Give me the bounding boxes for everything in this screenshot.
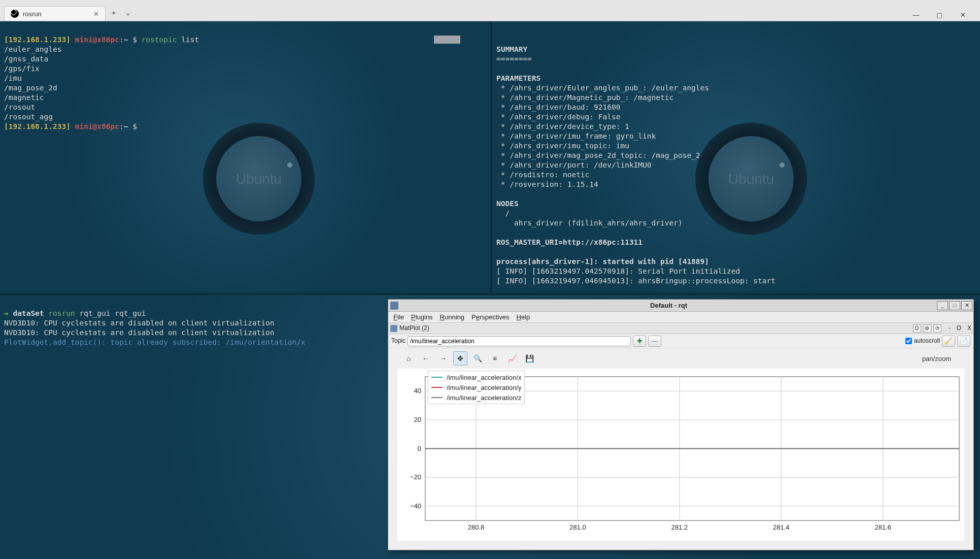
export-button[interactable]: 📄 bbox=[957, 336, 970, 347]
svg-text:281.0: 281.0 bbox=[569, 523, 586, 531]
parameters-label: PARAMETERS bbox=[496, 74, 540, 82]
plot-axes-icon[interactable]: 📈 bbox=[505, 351, 519, 366]
clear-plot-button[interactable]: 🧹 bbox=[942, 336, 955, 347]
rqt-minimize-button[interactable]: _ bbox=[937, 301, 948, 310]
plot-home-icon[interactable]: ⌂ bbox=[401, 351, 416, 366]
dock-d-button[interactable]: D bbox=[913, 324, 921, 333]
param-line: * /ahrs_driver/port: /dev/linkIMU0 bbox=[496, 161, 652, 169]
prompt-symbol: $ bbox=[132, 36, 137, 44]
remove-topic-button[interactable]: — bbox=[648, 336, 661, 347]
svg-text:281.2: 281.2 bbox=[671, 523, 688, 531]
summary-sep: ======== bbox=[496, 55, 532, 63]
tab-strip: rosrun ✕ + ⌄ bbox=[0, 6, 134, 21]
prompt-user: mini@x86pc bbox=[75, 122, 119, 130]
plot-mode-label: pan/zoom bbox=[922, 354, 960, 364]
prompt-path: ~ bbox=[124, 122, 128, 130]
topic-line: /magnetic bbox=[4, 93, 44, 102]
arrow-icon: → bbox=[4, 309, 13, 317]
workspace: [192.168.1.233] mini@x86pc:~ $ rostopic … bbox=[0, 21, 980, 559]
rqt-maximize-button[interactable]: □ bbox=[949, 301, 960, 310]
menu-running[interactable]: Running bbox=[440, 312, 464, 322]
add-tab-button[interactable]: + bbox=[108, 7, 120, 19]
close-window-button[interactable]: ✕ bbox=[957, 9, 969, 21]
menu-perspectives[interactable]: Perspectives bbox=[471, 312, 509, 322]
ros-master-uri: ROS_MASTER_URI=http://x86pc:11311 bbox=[496, 238, 643, 246]
cmd-arg: list bbox=[181, 36, 199, 44]
rqt-close-button[interactable]: ✕ bbox=[961, 301, 972, 310]
svg-text:20: 20 bbox=[414, 416, 421, 423]
topic-line: /gps/fix bbox=[4, 64, 40, 73]
prompt-sep: : bbox=[119, 36, 124, 44]
legend-label: /imu/linear_acceleration/z bbox=[447, 393, 521, 403]
plot-pan-icon[interactable]: ✥ bbox=[453, 351, 467, 366]
param-line: * /ahrs_driver/Euler_angles_pub_: /euler… bbox=[496, 84, 709, 92]
dock-reload-icon[interactable]: ⟳ bbox=[933, 324, 941, 333]
ubuntu-label: Ubuntu bbox=[236, 174, 282, 184]
rqt-toolbar: Topic ✚ — autoscroll 🧹 📄 bbox=[388, 334, 973, 348]
add-topic-button[interactable]: ✚ bbox=[633, 336, 646, 347]
legend-swatch-icon bbox=[431, 397, 443, 398]
rqt-window[interactable]: Default - rqt _ □ ✕ File Plugins Running… bbox=[388, 299, 974, 550]
tux-icon bbox=[11, 10, 19, 18]
topic-line: /imu bbox=[4, 74, 22, 82]
text-selection[interactable] bbox=[434, 36, 460, 44]
plot-area[interactable]: −40−2002040280.8281.0281.2281.4281.6 /im… bbox=[397, 369, 964, 541]
legend-swatch-icon bbox=[431, 387, 443, 388]
prompt-path: ~ bbox=[124, 36, 128, 44]
param-line: * /ahrs_driver/device_type: 1 bbox=[496, 122, 629, 130]
param-line: * /ahrs_driver/baud: 921600 bbox=[496, 103, 620, 111]
terminal-top-left[interactable]: [192.168.1.233] mini@x86pc:~ $ rostopic … bbox=[0, 21, 490, 293]
window-buttons: — ▢ ✕ bbox=[910, 8, 980, 21]
terminal-top-right[interactable]: SUMMARY ======== PARAMETERS * /ahrs_driv… bbox=[492, 21, 980, 293]
dock-dash[interactable]: - bbox=[949, 323, 951, 333]
plot-save-icon[interactable]: 💾 bbox=[522, 351, 536, 366]
svg-text:281.6: 281.6 bbox=[875, 523, 891, 531]
ubuntu-dot-icon bbox=[287, 162, 292, 168]
ubuntu-label: Ubuntu bbox=[728, 174, 774, 184]
param-line: * /rosversion: 1.15.14 bbox=[496, 180, 598, 188]
cmd-rest: rqt_gui rqt_gui bbox=[75, 309, 146, 317]
menu-file[interactable]: File bbox=[393, 312, 404, 322]
tab-list-chevron-icon[interactable]: ⌄ bbox=[122, 7, 134, 19]
plot-zoom-icon[interactable]: 🔍 bbox=[470, 351, 485, 366]
tab-rosrun[interactable]: rosrun ✕ bbox=[4, 6, 106, 21]
topic-label: Topic bbox=[391, 336, 405, 346]
app-titlebar: rosrun ✕ + ⌄ — ▢ ✕ bbox=[0, 0, 980, 21]
legend-item-x: /imu/linear_acceleration/x bbox=[431, 372, 521, 382]
dock-float-button[interactable]: O bbox=[957, 323, 961, 333]
topic-line: /mag_pose_2d bbox=[4, 84, 57, 92]
autoscroll-label: autoscroll bbox=[914, 336, 940, 346]
dock-close-button[interactable]: X bbox=[967, 323, 971, 333]
menu-help[interactable]: Help bbox=[516, 312, 530, 322]
plot-subplots-icon[interactable]: ≡ bbox=[488, 351, 502, 366]
svg-text:0: 0 bbox=[418, 445, 421, 452]
svg-text:−20: −20 bbox=[410, 473, 421, 481]
topic-line: /rosout_agg bbox=[4, 113, 53, 121]
top-row: [192.168.1.233] mini@x86pc:~ $ rostopic … bbox=[0, 21, 980, 293]
rqt-titlebar[interactable]: Default - rqt _ □ ✕ bbox=[388, 300, 973, 312]
maximize-button[interactable]: ▢ bbox=[933, 9, 945, 21]
menu-plugins[interactable]: Plugins bbox=[411, 312, 433, 322]
rqt-dock-header[interactable]: MatPlot (2) D ⚙ ⟳ - O X bbox=[388, 323, 973, 334]
node-line: ahrs_driver (fdilink_ahrs/ahrs_driver) bbox=[496, 219, 683, 227]
svg-text:280.8: 280.8 bbox=[468, 523, 484, 531]
plot-back-icon[interactable]: ← bbox=[419, 351, 433, 366]
autoscroll-checkbox[interactable]: autoscroll bbox=[905, 336, 940, 346]
svg-text:−40: −40 bbox=[410, 502, 421, 510]
legend-item-z: /imu/linear_acceleration/z bbox=[431, 392, 521, 403]
summary-label: SUMMARY bbox=[496, 45, 527, 53]
terminal-bottom[interactable]: → dataSet rosrun rqt_gui rqt_gui NVD3D10… bbox=[0, 295, 980, 559]
topic-line: /euler_angles bbox=[4, 45, 62, 53]
param-line: * /ahrs_driver/imu_frame: gyro_link bbox=[496, 132, 656, 140]
autoscroll-input[interactable] bbox=[905, 338, 912, 344]
node-slash: / bbox=[496, 209, 510, 217]
ubuntu-watermark: Ubuntu bbox=[695, 123, 807, 235]
close-tab-icon[interactable]: ✕ bbox=[93, 10, 99, 18]
dock-gear-icon[interactable]: ⚙ bbox=[923, 324, 931, 333]
plot-forward-icon[interactable]: → bbox=[436, 351, 450, 366]
topic-input[interactable] bbox=[408, 336, 631, 346]
svg-text:281.4: 281.4 bbox=[773, 523, 789, 531]
minimize-button[interactable]: — bbox=[910, 9, 922, 21]
legend-item-y: /imu/linear_acceleration/y bbox=[431, 382, 521, 392]
rqt-menubar: File Plugins Running Perspectives Help bbox=[388, 312, 973, 323]
